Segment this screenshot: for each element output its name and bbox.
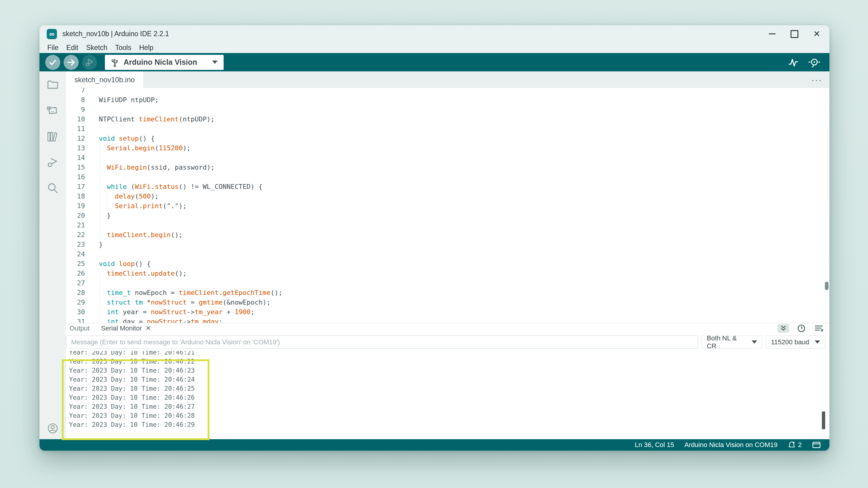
bottom-panel: Output Serial Monitor ✕ (66, 323, 830, 439)
serial-plotter-button[interactable] (787, 56, 799, 68)
serial-output-line: Year: 2023 Day: 10 Time: 20:46:27 (66, 402, 830, 411)
menu-item-sketch[interactable]: Sketch (86, 44, 107, 52)
clear-output-button[interactable] (814, 324, 824, 332)
line-number: 26 (66, 269, 95, 278)
arduino-ide-window: ∞ sketch_nov10b | Arduino IDE 2.2.1 ✕ Fi… (39, 25, 830, 451)
serial-lines: Year: 2023 Day: 10 Time: 20:46:21Year: 2… (66, 351, 830, 429)
code-line[interactable]: 13 Serial.begin(115200); (66, 143, 830, 153)
tab-label: sketch_nov10b.ino (74, 76, 135, 84)
tab-sketch-file[interactable]: sketch_nov10b.ino (66, 71, 143, 88)
code-line[interactable]: 7 (66, 88, 830, 95)
toggle-panel-button[interactable] (812, 441, 821, 449)
code-line[interactable]: 14 (66, 153, 830, 163)
indent-guide (99, 163, 99, 172)
board-selector[interactable]: Arduino Nicla Vision (105, 55, 224, 70)
code-line[interactable]: 19 Serial.print("."); (66, 201, 830, 211)
code-line[interactable]: 29 struct tm *nowStruct = gmtime(&nowEpo… (66, 298, 830, 307)
code-line[interactable]: 20 } (66, 211, 830, 221)
code-text: WiFi.begin(ssid, password); (95, 163, 215, 172)
code-line[interactable]: 27 (66, 278, 830, 288)
code-text (95, 250, 99, 259)
code-line[interactable]: 15 WiFi.begin(ssid, password); (66, 163, 830, 172)
tab-serial-monitor[interactable]: Serial Monitor ✕ (101, 324, 151, 332)
account-button[interactable] (39, 422, 66, 434)
editor-scrollbar-thumb[interactable] (825, 282, 829, 290)
code-text: void loop() { (95, 259, 151, 269)
code-text: } (95, 240, 103, 250)
close-button[interactable]: ✕ (810, 27, 824, 41)
code-editor[interactable]: 78WiFiUDP ntpUDP;910NTPClient timeClient… (66, 88, 830, 323)
code-line[interactable]: 8WiFiUDP ntpUDP; (66, 95, 830, 105)
indent-guide (99, 143, 99, 153)
autoscroll-toggle-button[interactable] (778, 324, 789, 332)
boards-manager-button[interactable] (46, 104, 60, 118)
code-text (95, 88, 99, 95)
code-line[interactable]: 9 (66, 105, 830, 115)
serial-scrollbar-thumb[interactable] (822, 412, 825, 429)
menu-item-tools[interactable]: Tools (115, 44, 131, 52)
baud-rate-value: 115200 baud (771, 338, 809, 346)
baud-rate-dropdown[interactable]: 115200 baud (766, 335, 825, 349)
code-line[interactable]: 18 delay(500); (66, 192, 830, 201)
code-text: int year = nowStruct->tm_year + 1900; (95, 307, 255, 317)
timestamp-toggle-button[interactable] (797, 324, 806, 333)
line-number: 19 (66, 201, 95, 211)
folder-icon (46, 78, 59, 91)
line-number: 7 (66, 88, 95, 95)
clear-output-icon (814, 324, 824, 332)
line-ending-dropdown[interactable]: Both NL & CR (702, 335, 762, 349)
tab-more-button[interactable]: ··· (811, 71, 822, 88)
indent-guide (99, 211, 99, 221)
indent-guide (99, 230, 99, 240)
code-text: timeClient.update(); (95, 269, 187, 278)
code-text: Serial.begin(115200); (95, 143, 191, 153)
serial-message-input[interactable] (66, 335, 698, 349)
menu-item-help[interactable]: Help (139, 44, 153, 52)
serial-output-line: Year: 2023 Day: 10 Time: 20:46:28 (66, 411, 830, 420)
menu-item-file[interactable]: File (47, 44, 59, 52)
serial-plotter-icon (787, 56, 799, 68)
code-line[interactable]: 11 (66, 124, 830, 134)
line-number: 10 (66, 115, 95, 124)
debug-button[interactable] (82, 55, 97, 70)
toolbar: Arduino Nicla Vision (39, 53, 830, 71)
minimize-button[interactable] (766, 27, 779, 41)
code-line[interactable]: 31 int day = nowStruct->tm_mday; (66, 317, 830, 323)
code-line[interactable]: 21 (66, 221, 830, 230)
usb-icon (111, 58, 119, 67)
code-line[interactable]: 24 (66, 250, 830, 259)
serial-output-line: Year: 2023 Day: 10 Time: 20:46:29 (66, 420, 830, 429)
code-line[interactable]: 30 int year = nowStruct->tm_year + 1900; (66, 307, 830, 317)
code-line[interactable]: 17 while (WiFi.status() != WL_CONNECTED)… (66, 182, 830, 192)
code-line[interactable]: 23} (66, 240, 830, 250)
code-line[interactable]: 28 time_t nowEpoch = timeClient.getEpoch… (66, 288, 830, 298)
editor-tab-bar: sketch_nov10b.ino ··· (66, 71, 830, 88)
upload-button[interactable] (64, 55, 79, 70)
code-line[interactable]: 12void setup() { (66, 134, 830, 143)
debug-panel-button[interactable] (46, 156, 60, 169)
code-line[interactable]: 26 timeClient.update(); (66, 269, 830, 278)
board-icon (46, 104, 60, 117)
code-line[interactable]: 10NTPClient timeClient(ntpUDP); (66, 115, 830, 124)
serial-output-area[interactable]: Year: 2023 Day: 10 Time: 20:46:21Year: 2… (66, 351, 830, 439)
sketchbook-button[interactable] (46, 78, 60, 92)
indent-guide (99, 288, 99, 298)
library-manager-button[interactable] (46, 130, 60, 143)
search-button[interactable] (46, 181, 60, 195)
code-lines: 78WiFiUDP ntpUDP;910NTPClient timeClient… (66, 88, 830, 323)
maximize-button[interactable] (788, 27, 801, 41)
editor-content: sketch_nov10b.ino ··· 78WiFiUDP ntpUDP;9… (66, 71, 830, 439)
code-line[interactable]: 22 timeClient.begin(); (66, 230, 830, 240)
verify-button[interactable] (45, 55, 60, 70)
notifications-button[interactable]: 2 (788, 441, 802, 449)
line-number: 11 (66, 124, 95, 134)
code-line[interactable]: 25void loop() { (66, 259, 830, 269)
tab-output[interactable]: Output (70, 324, 90, 332)
panel-layout-icon (812, 441, 821, 449)
code-text (95, 105, 99, 115)
code-line[interactable]: 16 (66, 172, 830, 182)
debug-icon (85, 58, 94, 67)
serial-monitor-button[interactable] (808, 56, 821, 68)
menu-item-edit[interactable]: Edit (66, 44, 79, 52)
close-tab-icon[interactable]: ✕ (146, 324, 151, 332)
